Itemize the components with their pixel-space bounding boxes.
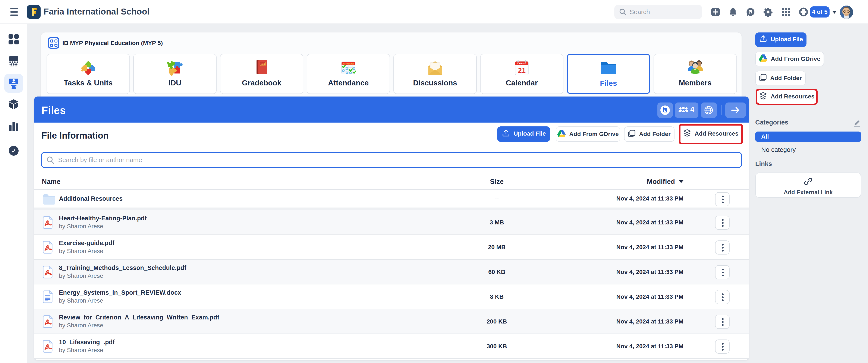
svg-text:Attendance: Attendance — [342, 63, 354, 65]
svg-text:Calendar: Calendar — [517, 62, 526, 65]
svg-text:GB: GB — [260, 62, 265, 66]
svg-text:21: 21 — [518, 67, 526, 74]
